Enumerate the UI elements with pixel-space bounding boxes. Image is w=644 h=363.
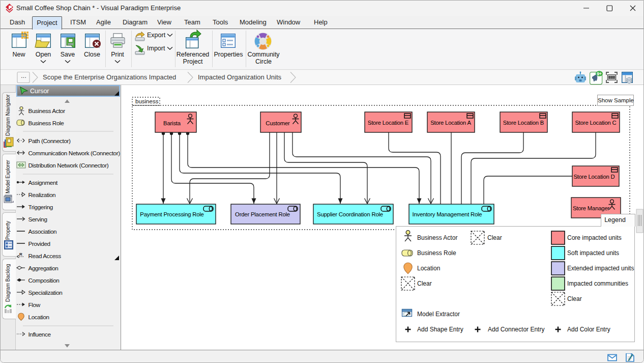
svg-text:Model Extractor: Model Extractor [417, 311, 460, 318]
svg-text:Business Actor: Business Actor [28, 107, 66, 115]
svg-text:Distribution Network (Connecto: Distribution Network (Connector) [28, 162, 109, 169]
svg-text:Clear: Clear [487, 234, 502, 241]
svg-text:R: R [19, 252, 22, 257]
svg-text:Store Location A: Store Location A [430, 120, 471, 126]
svg-text:Realization: Realization [28, 191, 56, 199]
svg-text:Specialization: Specialization [28, 289, 63, 296]
svg-text:Supplier Coordination Role: Supplier Coordination Role [317, 211, 383, 217]
svg-text:Influence: Influence [28, 331, 51, 338]
svg-text:Store Location B: Store Location B [503, 120, 544, 126]
svg-text:Triggering: Triggering [28, 204, 53, 211]
svg-text:Clear: Clear [567, 295, 582, 302]
svg-text:Soft impacted units: Soft impacted units [567, 249, 619, 257]
svg-text:9+: 9+ [597, 71, 602, 76]
svg-text:Business Role: Business Role [28, 120, 65, 127]
svg-text:Business Role: Business Role [417, 249, 456, 257]
svg-text:Path (Connector): Path (Connector) [28, 137, 71, 145]
svg-text:Payment Processing Role: Payment Processing Role [140, 211, 203, 217]
svg-text:Location: Location [417, 265, 440, 272]
svg-text:business: business [135, 98, 159, 104]
svg-text:Order Placement Role: Order Placement Role [235, 211, 290, 217]
svg-text:Association: Association [28, 228, 57, 235]
svg-text:Barista: Barista [163, 120, 181, 126]
svg-text:Add Connector Entry: Add Connector Entry [488, 326, 544, 333]
svg-text:Customer: Customer [266, 120, 290, 126]
svg-text:Aggregation: Aggregation [28, 265, 58, 272]
svg-text:Business Actor: Business Actor [417, 234, 457, 241]
svg-text:Core impacted units: Core impacted units [567, 234, 622, 241]
svg-text:Assignment: Assignment [28, 179, 58, 186]
svg-text:Impacted communities: Impacted communities [567, 280, 628, 287]
svg-text:Extended impacted units: Extended impacted units [567, 265, 634, 272]
svg-text:Store Location E: Store Location E [368, 120, 409, 126]
svg-text:Add Color Entry: Add Color Entry [567, 326, 610, 333]
svg-text:Inventory Management Role: Inventory Management Role [413, 211, 482, 217]
svg-text:Clear: Clear [417, 280, 432, 287]
svg-text:Location: Location [28, 314, 49, 321]
svg-text:Store Location D: Store Location D [574, 174, 615, 180]
svg-text:Communication Network (Connect: Communication Network (Connector) [28, 150, 121, 157]
svg-text:Flow: Flow [28, 301, 41, 309]
svg-text:Composition: Composition [28, 277, 60, 284]
svg-text:Serving: Serving [28, 216, 47, 223]
svg-text:Add Shape Entry: Add Shape Entry [417, 326, 463, 333]
svg-text:Read Access: Read Access [28, 253, 62, 260]
svg-text:Provided: Provided [28, 240, 50, 247]
svg-text:Store Location C: Store Location C [575, 120, 617, 126]
svg-text:Store Manager: Store Manager [573, 205, 610, 211]
